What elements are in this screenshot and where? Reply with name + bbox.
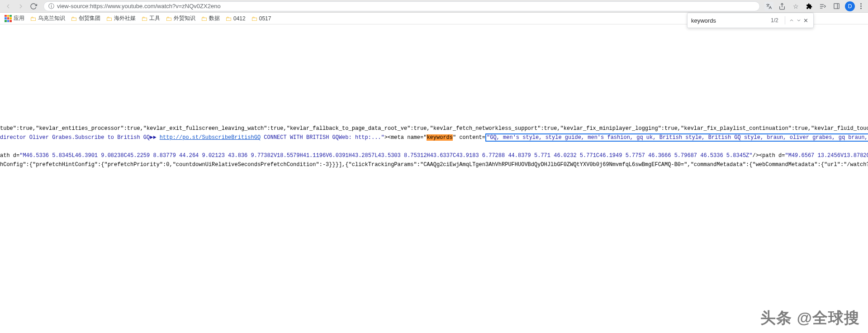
find-close-button[interactable]: ✕	[802, 15, 810, 25]
folder-icon: 🗀	[251, 15, 257, 22]
find-highlight: keywords	[427, 134, 453, 141]
reload-button[interactable]	[28, 1, 39, 12]
bookmark-item[interactable]: 🗀乌克兰知识	[30, 14, 65, 22]
source-line: hConfig":{"prefetchHintConfig":{"prefetc…	[0, 160, 868, 169]
watermark-text: 头条 @全球搜	[760, 308, 860, 328]
separator	[785, 16, 785, 24]
folder-icon: 🗀	[71, 15, 77, 22]
profile-avatar[interactable]: D	[845, 1, 855, 11]
folder-icon: 🗀	[201, 15, 207, 22]
source-line: director Oliver Grabes.Subscribe to Brit…	[0, 133, 868, 142]
apps-label: 应用	[14, 14, 24, 22]
chrome-menu-icon[interactable]	[859, 3, 863, 9]
bookmark-item[interactable]: 🗀0517	[251, 15, 271, 22]
folder-icon: 🗀	[141, 15, 147, 22]
source-line: ath d="M46.5336 5.8345L46.3901 9.08238C4…	[0, 151, 868, 160]
bookmark-item[interactable]: 🗀外贸知识	[166, 14, 195, 22]
toolbar-actions: ☆ D	[764, 1, 865, 11]
bookmark-star-icon[interactable]: ☆	[791, 1, 801, 11]
bookmark-item[interactable]: 🗀创贸集团	[71, 14, 100, 22]
extensions-icon[interactable]	[804, 1, 814, 11]
share-icon[interactable]	[777, 1, 787, 11]
url-text: view-source:https://www.youtube.com/watc…	[57, 3, 221, 10]
find-input[interactable]	[691, 17, 767, 24]
site-info-icon[interactable]: ⓘ	[48, 2, 54, 10]
find-next-button[interactable]	[795, 15, 802, 25]
find-prev-button[interactable]	[787, 15, 795, 25]
svg-rect-4	[834, 4, 839, 9]
selected-text: "GQ, men's style, style guide, men's fas…	[485, 133, 868, 142]
folder-icon: 🗀	[30, 15, 36, 22]
bookmark-item[interactable]: 🗀工具	[141, 14, 160, 22]
reading-list-icon[interactable]	[818, 1, 828, 11]
source-link[interactable]: http://po.st/SubscribeBritishGQ	[160, 134, 261, 141]
bookmark-item[interactable]: 🗀0412	[225, 15, 246, 22]
find-count: 1/2	[771, 17, 778, 24]
sidepanel-icon[interactable]	[831, 1, 841, 11]
translate-icon[interactable]	[764, 2, 773, 11]
find-in-page-bar: 1/2 ✕	[687, 13, 814, 28]
back-button[interactable]	[3, 1, 14, 12]
folder-icon: 🗀	[225, 15, 232, 22]
bookmark-item[interactable]: 🗀海外社媒	[106, 14, 136, 22]
folder-icon: 🗀	[166, 15, 172, 22]
folder-icon: 🗀	[106, 15, 112, 22]
address-bar[interactable]: ⓘ view-source:https://www.youtube.com/wa…	[43, 1, 760, 11]
apps-grid-icon	[5, 15, 12, 22]
bookmark-item[interactable]: 🗀数据	[201, 14, 220, 22]
browser-toolbar: ⓘ view-source:https://www.youtube.com/wa…	[0, 0, 868, 13]
source-line: tube":true,"kevlar_entities_processor":t…	[0, 124, 868, 133]
forward-button[interactable]	[15, 1, 26, 12]
apps-shortcut[interactable]: 应用	[5, 14, 24, 22]
view-source-content: tube":true,"kevlar_entities_processor":t…	[0, 24, 868, 169]
